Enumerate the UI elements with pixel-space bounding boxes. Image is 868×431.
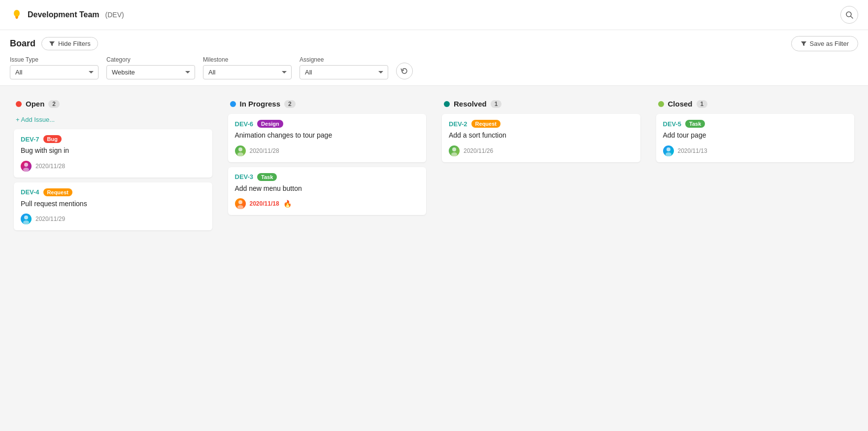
logo-icon [10, 8, 24, 22]
svg-point-11 [237, 152, 243, 156]
card-title: Add tour page [663, 131, 848, 141]
card-id: DEV-3 [235, 173, 254, 180]
svg-point-1 [14, 10, 20, 17]
card-header: DEV-6Design [235, 120, 420, 128]
toolbar: Board Hide Filters Save as Filter Issue … [0, 30, 868, 86]
card-date: 2020/11/13 [678, 147, 707, 154]
card-dev-3[interactable]: DEV-3TaskAdd new menu button2020/11/18🔥 [228, 167, 427, 216]
card-id: DEV-7 [21, 136, 39, 143]
svg-point-17 [666, 152, 671, 156]
status-dot-open [16, 101, 22, 107]
card-footer: 2020/11/28 [235, 145, 420, 156]
add-issue-button[interactable]: + Add Issue... [10, 114, 216, 129]
status-dot-in-progress [230, 101, 236, 107]
card-id: DEV-6 [235, 120, 254, 128]
card-header: DEV-3Task [235, 173, 420, 181]
svg-rect-2 [15, 16, 18, 18]
column-count-in-progress: 2 [284, 100, 296, 108]
card-id: DEV-5 [663, 120, 682, 128]
category-label: Category [106, 56, 195, 63]
column-title-resolved: Resolved [454, 100, 487, 108]
card-badge: Request [43, 188, 72, 196]
card-title: Bug with sign in [21, 146, 205, 156]
column-in-progress: In Progress2DEV-6DesignAnimation changes… [224, 94, 431, 420]
issue-type-filter: Issue Type All [10, 56, 99, 79]
card-header: DEV-4Request [21, 188, 205, 196]
card-title: Add new menu button [235, 184, 420, 194]
header: Development Team (DEV) [0, 0, 868, 30]
card-date: 2020/11/28 [250, 147, 279, 154]
card-footer: 2020/11/18🔥 [235, 198, 420, 209]
assignee-filter: Assignee All [300, 56, 388, 79]
search-icon [845, 11, 853, 19]
card-footer: 2020/11/28 [21, 161, 205, 172]
card-footer: 2020/11/13 [663, 145, 848, 156]
column-open: Open2+ Add Issue...DEV-7BugBug with sign… [10, 94, 216, 420]
card-dev-4[interactable]: DEV-4RequestPull request mentions2020/11… [14, 182, 212, 231]
column-count-open: 2 [48, 100, 60, 108]
avatar [449, 145, 460, 156]
card-date: 2020/11/29 [35, 216, 65, 222]
column-header-closed: Closed1 [652, 94, 859, 114]
team-code: (DEV) [105, 11, 124, 19]
milestone-select[interactable]: All [203, 65, 292, 79]
avatar [21, 161, 32, 172]
card-badge: Design [257, 120, 283, 128]
save-filter-button[interactable]: Save as Filter [791, 36, 858, 51]
column-resolved: Resolved1DEV-2RequestAdd a sort function… [438, 94, 644, 420]
column-header-resolved: Resolved1 [438, 94, 644, 114]
card-dev-7[interactable]: DEV-7BugBug with sign in2020/11/28 [14, 129, 212, 178]
card-dev-6[interactable]: DEV-6DesignAnimation changes to tour pag… [228, 114, 427, 162]
card-header: DEV-7Bug [21, 135, 205, 143]
svg-point-16 [667, 147, 670, 151]
card-date: 2020/11/28 [35, 163, 65, 170]
category-filter: Category Website Mobile [106, 56, 195, 79]
card-header: DEV-2Request [449, 120, 634, 128]
filter-save-icon [801, 40, 807, 47]
column-closed: Closed1DEV-5TaskAdd tour page2020/11/13 [652, 94, 859, 420]
svg-point-13 [237, 205, 243, 209]
avatar [235, 145, 246, 156]
assignee-label: Assignee [300, 56, 388, 63]
svg-point-7 [23, 168, 29, 172]
card-title: Add a sort function [449, 131, 634, 141]
svg-point-6 [24, 163, 28, 167]
milestone-filter: Milestone All [203, 56, 292, 79]
card-date: 2020/11/26 [464, 147, 493, 154]
assignee-select[interactable]: All [300, 65, 388, 79]
header-left: Development Team (DEV) [10, 8, 124, 22]
card-id: DEV-4 [21, 188, 39, 196]
column-header-open: Open2 [10, 94, 216, 114]
card-title: Pull request mentions [21, 199, 205, 209]
card-footer: 2020/11/26 [449, 145, 634, 156]
filters-row: Issue Type All Category Website Mobile M… [10, 56, 858, 85]
card-dev-2[interactable]: DEV-2RequestAdd a sort function2020/11/2… [442, 114, 640, 162]
issue-type-select[interactable]: All [10, 65, 99, 79]
toolbar-top: Board Hide Filters Save as Filter [10, 36, 858, 51]
card-header: DEV-5Task [663, 120, 848, 128]
column-title-open: Open [26, 100, 44, 108]
svg-point-15 [451, 152, 457, 156]
svg-point-9 [23, 220, 29, 224]
column-count-resolved: 1 [491, 100, 502, 108]
reset-filters-button[interactable] [396, 63, 413, 79]
hide-filters-button[interactable]: Hide Filters [41, 37, 98, 50]
reset-icon [401, 67, 408, 75]
card-date: 2020/11/18 [250, 200, 279, 207]
card-badge: Request [471, 120, 501, 128]
save-filter-label: Save as Filter [810, 40, 849, 47]
avatar [21, 214, 32, 224]
card-badge: Bug [43, 135, 62, 143]
svg-line-5 [851, 16, 853, 18]
svg-point-14 [452, 147, 456, 151]
hide-filters-label: Hide Filters [58, 40, 91, 47]
card-dev-5[interactable]: DEV-5TaskAdd tour page2020/11/13 [656, 114, 855, 162]
team-name: Development Team [28, 10, 100, 19]
category-select[interactable]: Website Mobile [106, 65, 195, 79]
avatar [235, 198, 246, 209]
fire-icon: 🔥 [283, 200, 292, 208]
column-header-in-progress: In Progress2 [224, 94, 431, 114]
search-button[interactable] [840, 6, 858, 24]
card-footer: 2020/11/29 [21, 214, 205, 224]
milestone-label: Milestone [203, 56, 292, 63]
